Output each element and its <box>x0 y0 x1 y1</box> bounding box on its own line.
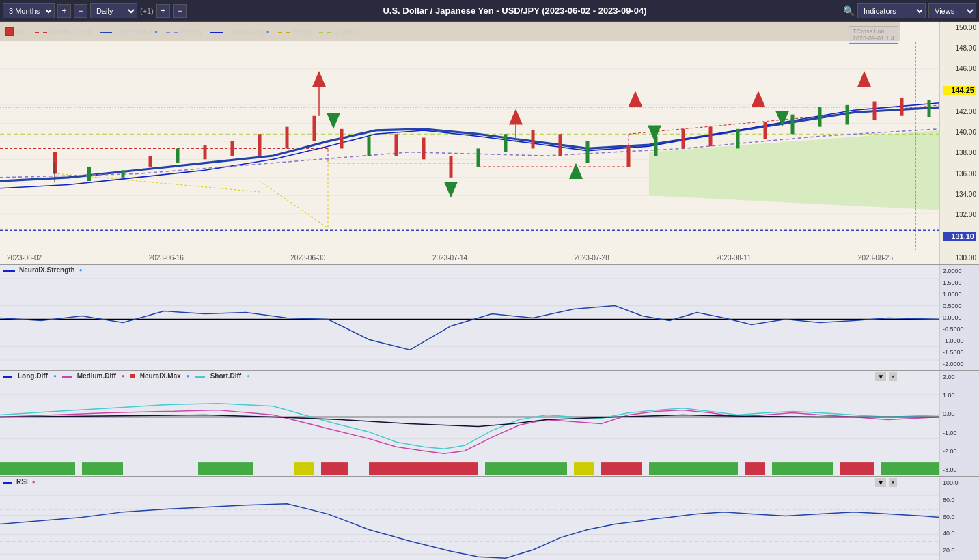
price-current: 144.25 <box>943 86 976 95</box>
medium-diff-label: Medium.Diff <box>77 372 116 380</box>
price-140: 140.00 <box>943 129 976 136</box>
neural-y-n2: -2.0000 <box>943 361 976 367</box>
neuralx-max-dot: ● <box>187 373 190 379</box>
views-select[interactable]: Views <box>928 3 976 18</box>
price-130: 130.00 <box>943 255 976 262</box>
svg-rect-82 <box>294 462 314 475</box>
legend-longpredict-item: Long.Predict ● <box>100 28 158 36</box>
svg-rect-80 <box>82 462 123 475</box>
long-diff-label: Long.Diff <box>18 372 48 380</box>
legend-tcross-item: TCross.Long ● <box>210 28 269 36</box>
rsi-chart-body[interactable]: RSI ● ▼ × <box>0 477 939 560</box>
rsi-y-100: 100.0 <box>943 479 976 486</box>
xdate-4: 2023-07-14 <box>432 254 467 262</box>
price-134: 134.00 <box>943 191 976 198</box>
bar-icon <box>5 27 14 36</box>
legend-tcross-label: TCross.Long <box>225 28 264 36</box>
diff-y-0: 0.00 <box>943 410 976 417</box>
diff-chart-yaxis: 2.00 1.00 0.00 -1.00 -2.00 -3.00 <box>939 371 979 476</box>
neural-svg <box>0 265 939 370</box>
diff-y-n3: -3.00 <box>943 466 976 473</box>
rsi-dot: ● <box>32 479 36 485</box>
short-diff-icon <box>195 376 205 378</box>
main-chart-body[interactable]: Bar Monthly Open Long.Predict ● Weekly <box>0 22 939 264</box>
rsi-chart: RSI ● ▼ × 100 <box>0 476 979 560</box>
price-136: 136.00 <box>943 171 976 178</box>
zoom-sub-button[interactable]: − <box>173 4 187 18</box>
diff-svg <box>0 371 939 476</box>
neuralx-max-icon <box>130 374 135 378</box>
short-diff-dot: ● <box>247 373 250 379</box>
rsi-y-80: 80.0 <box>943 496 976 503</box>
svg-rect-86 <box>574 462 594 475</box>
xdate-1: 2023-06-02 <box>7 254 42 262</box>
price-150: 150.00 <box>943 25 976 31</box>
neural-y-0: 0.0000 <box>943 314 976 321</box>
diff-chart-body[interactable]: Long.Diff ● Medium.Diff ● NeuralX.Max ● … <box>0 371 939 476</box>
price-138: 138.00 <box>943 150 976 156</box>
charts-area: Bar Monthly Open Long.Predict ● Weekly <box>0 22 979 560</box>
svg-rect-92 <box>881 462 939 475</box>
legend-monthly-label: Monthly Open <box>49 28 92 36</box>
long-predict-icon <box>100 32 112 33</box>
legend-bar-label: Bar <box>16 28 27 36</box>
legend-yearly-item: Yearly <box>278 28 311 36</box>
legend-weekly-item: Weekly <box>166 28 203 36</box>
short-diff-label: Short.Diff <box>210 372 242 380</box>
price-146: 146.00 <box>943 66 976 72</box>
diff-close-btn[interactable]: × <box>889 372 897 381</box>
neural-y-2: 2.0000 <box>943 268 976 275</box>
period-add-button[interactable]: + <box>57 4 71 18</box>
diff-y-n1: -1.00 <box>943 430 976 436</box>
diff-chart-header: Long.Diff ● Medium.Diff ● NeuralX.Max ● … <box>3 372 250 380</box>
legend-bar-item: Bar <box>5 27 27 36</box>
legend-monthly-item: Monthly Open <box>35 28 92 36</box>
tcross-dot: ● <box>266 29 270 35</box>
timeframe-select[interactable]: Daily Weekly Monthly <box>90 3 137 18</box>
legend-yearly-label: Yearly <box>292 28 311 36</box>
rsi-close-btn[interactable]: × <box>889 478 897 487</box>
svg-rect-91 <box>840 462 874 475</box>
main-chart-yaxis: 150.00 148.00 146.00 144.25 142.00 140.0… <box>939 22 979 264</box>
search-button[interactable]: 🔍 <box>843 5 855 16</box>
xdate-3: 2023-06-30 <box>290 254 325 262</box>
period-sub-button[interactable]: − <box>74 4 87 18</box>
rsi-line-icon <box>3 482 12 484</box>
tcross-icon <box>210 32 223 33</box>
neural-y-15: 1.5000 <box>943 279 976 286</box>
svg-rect-81 <box>198 462 253 475</box>
svg-rect-88 <box>649 462 738 475</box>
rsi-y-40: 40.0 <box>943 530 976 537</box>
neural-y-n05: -0.5000 <box>943 326 976 333</box>
monthly-icon <box>35 32 47 33</box>
xdate-7: 2023-08-25 <box>858 254 893 262</box>
toolbar: 3 Months 1 Month 6 Months 1 Year + − Dai… <box>0 0 979 22</box>
rsi-chart-yaxis: 100.0 80.0 60.0 40.0 20.0 0.0 <box>939 477 979 560</box>
period-select[interactable]: 3 Months 1 Month 6 Months 1 Year <box>3 3 55 18</box>
neural-y-05: 0.5000 <box>943 303 976 309</box>
neural-chart: NeuralX.Strength ● 2.0000 1.5000 1.0000 <box>0 264 979 370</box>
svg-rect-79 <box>0 462 75 475</box>
svg-rect-83 <box>321 462 348 475</box>
neural-chart-body[interactable]: NeuralX.Strength ● <box>0 265 939 370</box>
neural-chart-yaxis: 2.0000 1.5000 1.0000 0.5000 0.0000 -0.50… <box>939 265 979 370</box>
price-142: 142.00 <box>943 109 976 115</box>
rsi-y-60: 60.0 <box>943 514 976 520</box>
legend-weekly-label: Weekly <box>180 28 203 36</box>
rsi-svg <box>0 477 939 560</box>
quarterly-icon <box>319 32 331 33</box>
long-diff-icon <box>3 376 12 378</box>
diff-collapse-btn[interactable]: ▼ <box>875 372 886 381</box>
xaxis-dates: 2023-06-02 2023-06-16 2023-06-30 2023-07… <box>0 251 900 264</box>
indicators-select[interactable]: Indicators <box>857 3 926 18</box>
neural-y-n15: -1.5000 <box>943 349 976 356</box>
rsi-collapse-btn[interactable]: ▼ <box>875 478 886 487</box>
diff-panel-controls: ▼ × <box>875 372 897 381</box>
svg-rect-87 <box>601 462 642 475</box>
zoom-delta-label: (+1) <box>140 7 154 15</box>
svg-rect-78 <box>0 371 939 476</box>
svg-rect-89 <box>745 462 765 475</box>
legend-quarterly-item: Quarterly <box>319 28 361 36</box>
zoom-add-button[interactable]: + <box>156 4 170 18</box>
neuralx-max-label: NeuralX.Max <box>140 372 181 380</box>
